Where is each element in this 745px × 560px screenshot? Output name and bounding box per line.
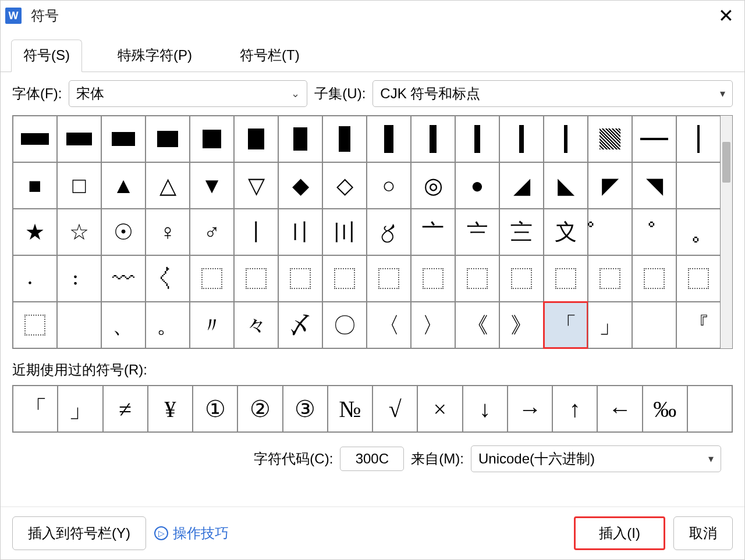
symbol-cell[interactable] <box>544 116 588 162</box>
symbol-cell[interactable] <box>367 116 411 162</box>
scrollbar-thumb[interactable] <box>722 142 730 183</box>
subset-dropdown[interactable]: CJK 符号和标点 ▾ <box>372 80 733 107</box>
symbol-cell[interactable]: ○ <box>367 162 411 209</box>
symbol-cell[interactable]: 〉 <box>411 302 455 348</box>
symbol-cell[interactable]: ◎ <box>411 162 455 209</box>
symbol-cell[interactable]: 〡 <box>234 209 278 255</box>
symbol-cell[interactable] <box>322 255 367 302</box>
tab-special-chars[interactable]: 特殊字符(P) <box>105 40 204 72</box>
symbol-cell[interactable]: 〈 <box>367 302 411 348</box>
symbol-cell[interactable]: 〯 <box>57 255 101 302</box>
symbol-cell[interactable]: △ <box>146 162 190 209</box>
symbol-cell[interactable]: ■ <box>13 162 57 209</box>
recent-symbol-cell[interactable]: № <box>328 386 372 432</box>
font-dropdown[interactable]: 宋体 ⌄ <box>69 80 307 107</box>
symbol-cell[interactable]: ◇ <box>322 162 367 209</box>
symbol-cell[interactable]: 〨 <box>499 209 544 255</box>
symbol-cell[interactable]: 〱 <box>146 255 190 302</box>
symbol-cell[interactable]: ◤ <box>588 162 632 209</box>
symbol-cell[interactable]: ◢ <box>499 162 544 209</box>
symbol-cell[interactable] <box>234 116 278 162</box>
symbol-cell[interactable] <box>57 302 101 348</box>
symbol-cell[interactable]: 〢 <box>278 209 322 255</box>
recent-symbol-cell[interactable]: × <box>417 386 462 432</box>
symbol-cell[interactable] <box>676 116 721 162</box>
symbol-cell[interactable]: ♀ <box>146 209 190 255</box>
symbol-cell[interactable] <box>455 255 499 302</box>
symbol-cell[interactable]: ◥ <box>632 162 676 209</box>
symbol-cell[interactable] <box>234 255 278 302</box>
insert-button[interactable]: 插入(I) <box>574 516 665 550</box>
symbol-cell[interactable] <box>676 162 721 209</box>
symbol-cell[interactable]: 『 <box>676 302 721 348</box>
symbol-cell[interactable] <box>322 116 367 162</box>
symbol-cell[interactable]: ● <box>455 162 499 209</box>
symbol-cell[interactable]: 〮 <box>13 255 57 302</box>
symbol-cell[interactable]: 」 <box>588 302 632 348</box>
recent-symbol-cell[interactable]: ‰ <box>643 386 687 432</box>
symbol-cell[interactable] <box>411 116 455 162</box>
recent-symbol-cell[interactable]: ③ <box>283 386 328 432</box>
symbol-cell[interactable]: 〫 <box>588 209 632 255</box>
tab-symbols[interactable]: 符号(S) <box>11 40 82 72</box>
recent-symbol-cell[interactable]: ↓ <box>463 386 508 432</box>
symbol-cell[interactable] <box>499 116 544 162</box>
symbol-cell[interactable] <box>367 255 411 302</box>
symbol-cell[interactable]: ♂ <box>190 209 234 255</box>
symbol-cell[interactable] <box>13 116 57 162</box>
recent-symbol-cell[interactable] <box>687 386 732 432</box>
symbol-cell[interactable]: 「 <box>544 302 588 348</box>
symbol-cell[interactable] <box>13 302 57 348</box>
symbol-cell[interactable]: 〇 <box>322 302 367 348</box>
symbol-cell[interactable] <box>101 116 146 162</box>
symbol-cell[interactable]: 〰 <box>101 255 146 302</box>
symbol-cell[interactable]: ◣ <box>544 162 588 209</box>
grid-scrollbar[interactable] <box>721 116 732 348</box>
recent-symbol-cell[interactable]: ↑ <box>552 386 597 432</box>
symbol-cell[interactable]: 〭 <box>676 209 721 255</box>
symbol-cell[interactable] <box>676 255 721 302</box>
recent-symbol-cell[interactable]: 」 <box>58 386 102 432</box>
symbol-cell[interactable]: ☉ <box>101 209 146 255</box>
symbol-cell[interactable]: 〧 <box>455 209 499 255</box>
symbol-cell[interactable]: ▲ <box>101 162 146 209</box>
symbol-cell[interactable] <box>632 302 676 348</box>
symbol-cell[interactable]: □ <box>57 162 101 209</box>
symbol-cell[interactable] <box>411 255 455 302</box>
symbol-cell[interactable] <box>278 116 322 162</box>
symbol-cell[interactable] <box>278 255 322 302</box>
char-code-input[interactable] <box>340 447 404 471</box>
symbol-cell[interactable] <box>588 255 632 302</box>
symbol-cell[interactable] <box>588 116 632 162</box>
symbol-cell[interactable] <box>146 116 190 162</box>
tab-symbol-bar[interactable]: 符号栏(T) <box>228 40 312 72</box>
symbol-cell[interactable]: 〩 <box>544 209 588 255</box>
recent-symbol-cell[interactable]: → <box>508 386 552 432</box>
symbol-cell[interactable]: 、 <box>101 302 146 348</box>
close-button[interactable]: ✕ <box>712 2 740 30</box>
symbol-cell[interactable]: 〆 <box>278 302 322 348</box>
symbol-cell[interactable] <box>499 255 544 302</box>
symbol-cell[interactable]: 〦 <box>411 209 455 255</box>
recent-symbol-cell[interactable]: ② <box>237 386 282 432</box>
symbol-cell[interactable]: ☆ <box>57 209 101 255</box>
recent-symbol-cell[interactable]: ← <box>597 386 642 432</box>
recent-symbol-cell[interactable]: ¥ <box>148 386 193 432</box>
symbol-cell[interactable]: 〥 <box>367 209 411 255</box>
insert-to-bar-button[interactable]: 插入到符号栏(Y) <box>12 516 146 550</box>
symbol-cell[interactable] <box>57 116 101 162</box>
tips-link[interactable]: ▷ 操作技巧 <box>154 524 229 543</box>
symbol-cell[interactable]: ★ <box>13 209 57 255</box>
symbol-cell[interactable] <box>544 255 588 302</box>
symbol-cell[interactable]: 《 <box>455 302 499 348</box>
symbol-cell[interactable]: 〃 <box>190 302 234 348</box>
symbol-cell[interactable]: 々 <box>234 302 278 348</box>
symbol-cell[interactable] <box>632 255 676 302</box>
from-dropdown[interactable]: Unicode(十六进制) ▾ <box>471 445 721 472</box>
symbol-cell[interactable]: 〣 <box>322 209 367 255</box>
symbol-cell[interactable]: 〬 <box>632 209 676 255</box>
recent-symbol-cell[interactable]: √ <box>372 386 417 432</box>
symbol-cell[interactable]: 》 <box>499 302 544 348</box>
symbol-cell[interactable] <box>190 255 234 302</box>
symbol-cell[interactable] <box>190 116 234 162</box>
